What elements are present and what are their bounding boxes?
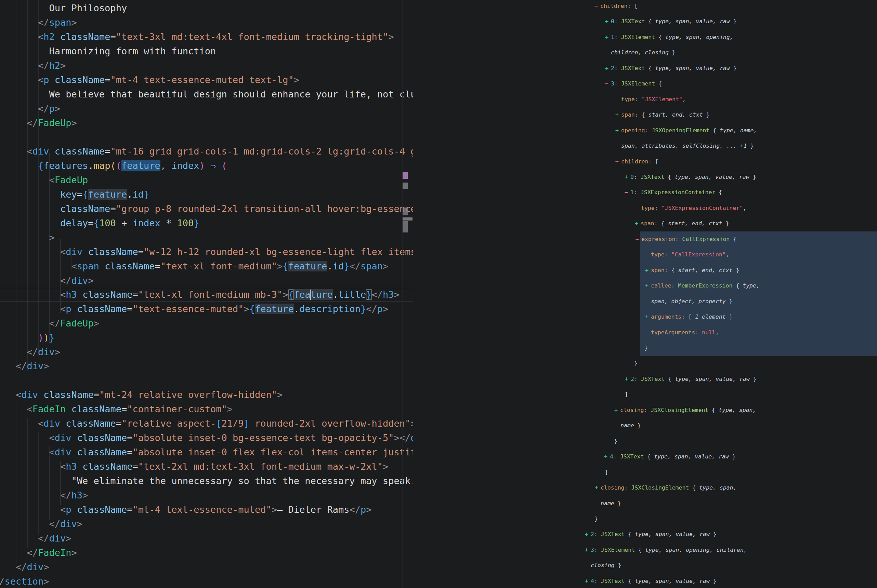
ast-row-highlighted[interactable]: type: "CallExpression",: [418, 247, 760, 262]
ast-row[interactable]: +1: JSXElement { type, span, opening,: [418, 29, 760, 45]
ast-row-highlighted[interactable]: −expression: CallExpression {: [418, 231, 760, 247]
ast-row-highlighted[interactable]: }: [418, 340, 760, 356]
code-line[interactable]: className="group p-8 rounded-2xl transit…: [0, 202, 413, 216]
ast-row[interactable]: +3: JSXElement { type, span, opening, ch…: [418, 542, 760, 558]
ast-row[interactable]: }: [418, 511, 760, 526]
expander-icon[interactable]: +: [625, 371, 631, 387]
code-line[interactable]: </FadeIn>: [0, 546, 413, 560]
expander-icon[interactable]: +: [605, 60, 611, 76]
code-line[interactable]: delay={100 + index * 100}: [0, 216, 413, 230]
expander-icon[interactable]: +: [614, 402, 620, 418]
expander-icon[interactable]: −: [615, 154, 621, 169]
code-line[interactable]: <div className="mt-16 grid grid-cols-1 m…: [0, 144, 413, 159]
ast-row[interactable]: children, closing }: [418, 45, 760, 60]
code-line[interactable]: </section>: [0, 574, 413, 588]
ast-row[interactable]: −1: JSXExpressionContainer {: [418, 184, 760, 200]
code-line[interactable]: <div className="absolute inset-0 flex fl…: [0, 445, 413, 459]
code-line[interactable]: <h3 className="text-2xl md:text-3xl font…: [0, 459, 413, 474]
ast-row[interactable]: +2: JSXText { type, span, value, raw }: [418, 526, 760, 542]
expander-icon[interactable]: −: [625, 184, 631, 200]
code-line[interactable]: Harmonizing form with function: [0, 44, 413, 58]
ast-row[interactable]: +0: JSXText { type, span, value, raw }: [418, 14, 760, 29]
code-line[interactable]: "We eliminate the unnecessary so that th…: [0, 474, 413, 488]
ast-row[interactable]: type: "JSXExpressionContainer",: [418, 200, 760, 216]
code-line[interactable]: </div>: [0, 531, 413, 546]
code-line[interactable]: <div className="mt-24 relative overflow-…: [0, 388, 413, 402]
code-line[interactable]: </FadeUp>: [0, 316, 413, 331]
code-line[interactable]: Our Philosophy: [0, 1, 413, 15]
code-line[interactable]: We believe that beautiful design should …: [0, 87, 413, 102]
code-line-current[interactable]: <h3 className="text-xl font-medium mb-3"…: [0, 288, 413, 302]
code-line[interactable]: >: [0, 230, 413, 245]
code-line[interactable]: <h2 className="text-3xl md:text-4xl font…: [0, 30, 413, 44]
ast-row[interactable]: name }: [418, 418, 760, 433]
ast-row[interactable]: +4: JSXText { type, span, value, raw }: [418, 449, 760, 464]
code-line[interactable]: <FadeIn className="container-custom">: [0, 402, 413, 416]
ast-row[interactable]: closing }: [418, 558, 760, 573]
expander-icon[interactable]: +: [635, 216, 641, 231]
code-line[interactable]: </h2>: [0, 58, 413, 73]
code-line[interactable]: {features.map((feature, index) ⇒ (: [0, 159, 413, 173]
code-line[interactable]: </p>: [0, 102, 413, 116]
expander-icon[interactable]: +: [595, 480, 601, 495]
code-line[interactable]: </div>: [0, 359, 413, 373]
ast-row[interactable]: +opening: JSXOpeningElement { type, name…: [418, 123, 760, 138]
expander-icon[interactable]: +: [645, 309, 651, 324]
ast-row[interactable]: type: "JSXElement",: [418, 92, 760, 107]
expander-icon[interactable]: −: [595, 0, 600, 14]
ast-row[interactable]: +closing: JSXClosingElement { type, span…: [418, 480, 760, 495]
expander-icon[interactable]: +: [645, 278, 651, 293]
ast-row[interactable]: }: [418, 434, 760, 449]
code-line[interactable]: <div className="absolute inset-0 bg-esse…: [0, 431, 413, 445]
code-line[interactable]: ))}: [0, 331, 413, 345]
ast-row[interactable]: ]: [418, 465, 760, 480]
expander-icon[interactable]: +: [615, 123, 621, 138]
ast-row[interactable]: +2: JSXText { type, span, value, raw }: [418, 371, 760, 387]
expander-icon[interactable]: −: [605, 76, 611, 91]
code-line[interactable]: [0, 373, 413, 388]
code-line[interactable]: </span>: [0, 15, 413, 30]
ast-row[interactable]: −3: JSXElement {: [418, 76, 760, 91]
ast-row[interactable]: +0: JSXText { type, span, value, raw }: [418, 169, 760, 184]
expander-icon[interactable]: +: [625, 169, 631, 184]
code-line[interactable]: <FadeUp: [0, 173, 413, 188]
ast-row-highlighted[interactable]: +callee: MemberExpression { type,: [418, 278, 760, 293]
ast-row-highlighted[interactable]: typeArguments: null,: [418, 325, 760, 340]
code-line[interactable]: <p className="mt-4 text-essence-muted te…: [0, 73, 413, 87]
ast-row[interactable]: }: [418, 356, 760, 371]
ast-row[interactable]: span, attributes, selfClosing, ... +1 }: [418, 138, 760, 153]
expander-icon[interactable]: −: [635, 231, 641, 247]
code-line[interactable]: </h3>: [0, 488, 413, 502]
expander-icon[interactable]: +: [615, 107, 621, 122]
code-line[interactable]: <p className="mt-4 text-essence-muted">—…: [0, 502, 413, 517]
code-line[interactable]: </div>: [0, 517, 413, 531]
expander-icon[interactable]: +: [604, 449, 610, 464]
code-line[interactable]: </FadeUp>: [0, 116, 413, 130]
ast-row[interactable]: −children: [: [418, 0, 760, 14]
expander-icon[interactable]: +: [585, 542, 591, 558]
expander-icon[interactable]: +: [605, 14, 611, 29]
ast-row-highlighted[interactable]: +arguments: [ 1 element ]: [418, 309, 760, 324]
expander-icon[interactable]: +: [585, 526, 591, 542]
code-line[interactable]: <div className="relative aspect-[21/9] r…: [0, 416, 413, 431]
ast-row[interactable]: +4: JSXText { type, span, value, raw }: [418, 573, 760, 588]
ast-row[interactable]: −children: [: [418, 154, 760, 169]
code-line[interactable]: <p className="text-essence-muted">{featu…: [0, 302, 413, 316]
code-line[interactable]: key={feature.id}: [0, 188, 413, 202]
code-line[interactable]: [0, 130, 413, 144]
expander-icon[interactable]: +: [605, 29, 611, 45]
expander-icon[interactable]: +: [645, 262, 651, 278]
code-line[interactable]: <span className="text-xl font-medium">{f…: [0, 259, 413, 273]
ast-row-highlighted[interactable]: +span: { start, end, ctxt }: [418, 262, 760, 278]
code-line[interactable]: </div>: [0, 273, 413, 288]
ast-row[interactable]: +closing: JSXClosingElement { type, span…: [418, 402, 760, 418]
ast-row[interactable]: ]: [418, 387, 760, 402]
ast-row[interactable]: +2: JSXText { type, span, value, raw }: [418, 60, 760, 76]
ast-row[interactable]: name }: [418, 496, 760, 511]
ast-row[interactable]: +span: { start, end, ctxt }: [418, 216, 760, 231]
expander-icon[interactable]: +: [585, 573, 591, 588]
ast-row-highlighted[interactable]: span, object, property }: [418, 294, 760, 309]
code-editor-pane[interactable]: Our Philosophy </span> <h2 className="te…: [0, 0, 418, 588]
code-line[interactable]: <div className="w-12 h-12 rounded-xl bg-…: [0, 245, 413, 259]
ast-tree-pane[interactable]: −children: [+0: JSXText { type, span, va…: [418, 0, 877, 588]
